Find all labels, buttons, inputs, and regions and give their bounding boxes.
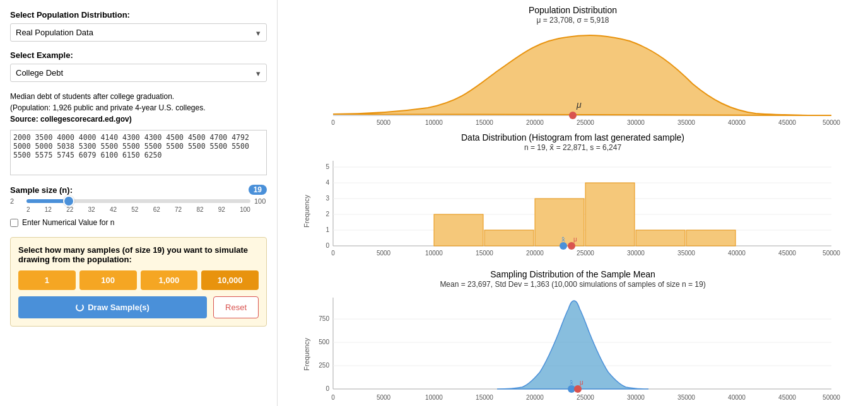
svg-text:15000: 15000 bbox=[476, 250, 493, 257]
samples-label: Select how many samples (of size 19) you… bbox=[18, 245, 259, 264]
svg-text:35000: 35000 bbox=[677, 394, 695, 401]
svg-text:15000: 15000 bbox=[476, 119, 493, 126]
svg-text:10000: 10000 bbox=[425, 250, 443, 257]
svg-text:50000: 50000 bbox=[823, 119, 840, 126]
refresh-icon bbox=[76, 303, 84, 311]
sampling-curve bbox=[497, 301, 648, 389]
bar-25k bbox=[585, 183, 635, 246]
svg-text:500: 500 bbox=[319, 339, 329, 345]
svg-text:0: 0 bbox=[326, 242, 329, 249]
bar-30k bbox=[636, 230, 685, 246]
svg-text:10000: 10000 bbox=[425, 394, 443, 401]
desc-line2: (Population: 1,926 public and private 4-… bbox=[10, 103, 206, 112]
svg-text:750: 750 bbox=[319, 315, 329, 322]
svg-text:4: 4 bbox=[326, 179, 329, 186]
svg-text:45000: 45000 bbox=[778, 394, 796, 401]
svg-text:x̄: x̄ bbox=[570, 379, 573, 386]
svg-text:45000: 45000 bbox=[778, 250, 796, 257]
sampling-mu-marker bbox=[574, 385, 582, 393]
left-panel: Select Population Distribution: Real Pop… bbox=[0, 0, 278, 406]
pop-curve bbox=[333, 35, 831, 115]
svg-text:5000: 5000 bbox=[377, 394, 391, 401]
svg-text:40000: 40000 bbox=[728, 250, 746, 257]
svg-text:25000: 25000 bbox=[577, 250, 594, 257]
slider-section: Sample size (n): 19 2 100 2 12 22 32 42 … bbox=[10, 185, 267, 213]
data-dist-title: Data Distribution (Histogram from last g… bbox=[461, 132, 684, 142]
svg-text:20000: 20000 bbox=[526, 250, 544, 257]
svg-text:30000: 30000 bbox=[627, 119, 645, 126]
sampling-dist-svg: 0 250 500 750 Frequency x̄ μ 0 5000 1000… bbox=[288, 291, 858, 406]
sample-buttons: 1 100 1,000 10,000 bbox=[18, 270, 259, 290]
data-dist-chart: 0 1 2 3 4 5 Frequency bbox=[288, 154, 858, 267]
svg-text:15000: 15000 bbox=[476, 394, 493, 401]
svg-text:30000: 30000 bbox=[627, 394, 645, 401]
example-select-wrapper: College Debt Income Age bbox=[10, 64, 267, 82]
example-select[interactable]: College Debt Income Age bbox=[10, 64, 267, 82]
pop-mu-label: μ bbox=[576, 100, 582, 110]
svg-text:Frequency: Frequency bbox=[303, 338, 310, 371]
sampling-dist-title: Sampling Distribution of the Sample Mean bbox=[490, 269, 655, 279]
svg-text:μ: μ bbox=[580, 379, 584, 386]
sampling-distribution-section: Sampling Distribution of the Sample Mean… bbox=[288, 269, 858, 406]
samples-section: Select how many samples (of size 19) you… bbox=[10, 237, 267, 327]
pop-dist-chart: μ 0 5000 10000 15000 20000 25000 30000 3… bbox=[288, 27, 858, 130]
svg-text:50000: 50000 bbox=[823, 250, 840, 257]
svg-text:0: 0 bbox=[331, 250, 335, 257]
population-select-wrapper: Real Population Data Normal Skewed Unifo… bbox=[10, 23, 267, 42]
data-xbar-marker bbox=[560, 242, 567, 250]
sample-btn-1[interactable]: 1 bbox=[18, 270, 76, 290]
svg-text:5000: 5000 bbox=[377, 250, 391, 257]
svg-text:30000: 30000 bbox=[627, 250, 645, 257]
slider-min: 2 bbox=[10, 197, 23, 205]
svg-text:250: 250 bbox=[319, 362, 329, 369]
svg-text:20000: 20000 bbox=[526, 119, 544, 126]
svg-text:20000: 20000 bbox=[526, 394, 544, 401]
numerical-n-checkbox[interactable] bbox=[10, 219, 18, 227]
desc-line1: Median debt of students after college gr… bbox=[10, 92, 174, 101]
checkbox-row: Enter Numerical Value for n bbox=[10, 218, 267, 227]
svg-text:25000: 25000 bbox=[577, 394, 594, 401]
svg-text:Frequency: Frequency bbox=[303, 195, 310, 228]
slider-value-display: 19 bbox=[249, 185, 267, 195]
action-buttons: Draw Sample(s) Reset bbox=[18, 296, 259, 318]
sample-btn-1000[interactable]: 1,000 bbox=[141, 270, 198, 290]
reset-button[interactable]: Reset bbox=[213, 296, 259, 318]
svg-text:45000: 45000 bbox=[778, 119, 796, 126]
example-label: Select Example: bbox=[10, 50, 267, 60]
sampling-dist-subtitle: Mean = 23,697, Std Dev = 1,363 (10,000 s… bbox=[440, 280, 705, 289]
slider-container: 2 100 bbox=[10, 197, 267, 205]
draw-samples-button[interactable]: Draw Sample(s) bbox=[18, 296, 207, 318]
population-select[interactable]: Real Population Data Normal Skewed Unifo… bbox=[10, 23, 267, 42]
pop-dist-title: Population Distribution bbox=[529, 5, 617, 15]
svg-text:x̄: x̄ bbox=[561, 236, 565, 243]
svg-text:0: 0 bbox=[326, 385, 329, 392]
pop-mu-marker bbox=[569, 112, 577, 119]
svg-text:0: 0 bbox=[331, 119, 335, 126]
sample-size-label: Sample size (n): bbox=[10, 185, 73, 195]
svg-text:5000: 5000 bbox=[377, 119, 391, 126]
data-values-textarea[interactable]: 2000 3500 4000 4000 4140 4300 4300 4500 … bbox=[10, 130, 267, 175]
population-distribution-section: Population Distribution μ = 23,708, σ = … bbox=[288, 5, 858, 132]
checkbox-label: Enter Numerical Value for n bbox=[22, 218, 115, 227]
sample-btn-10000[interactable]: 10,000 bbox=[201, 270, 259, 290]
svg-text:μ: μ bbox=[573, 236, 577, 243]
draw-label: Draw Sample(s) bbox=[88, 303, 150, 312]
svg-text:3: 3 bbox=[326, 195, 329, 202]
svg-text:10000: 10000 bbox=[425, 119, 443, 126]
pop-dist-svg: μ 0 5000 10000 15000 20000 25000 30000 3… bbox=[288, 27, 858, 128]
data-dist-subtitle: n = 19, x̄ = 22,871, s = 6,247 bbox=[524, 143, 621, 152]
svg-text:35000: 35000 bbox=[677, 119, 695, 126]
sample-btn-100[interactable]: 100 bbox=[79, 270, 137, 290]
data-dist-svg: 0 1 2 3 4 5 Frequency bbox=[288, 154, 858, 265]
right-panel: Population Distribution μ = 23,708, σ = … bbox=[278, 0, 868, 406]
sampling-dist-chart: 0 250 500 750 Frequency x̄ μ 0 5000 1000… bbox=[288, 291, 858, 406]
bar-35k bbox=[686, 230, 736, 246]
sample-size-slider[interactable] bbox=[26, 199, 250, 203]
svg-text:35000: 35000 bbox=[677, 250, 695, 257]
svg-text:1: 1 bbox=[326, 226, 329, 233]
desc-line3: Source: collegescorecard.ed.gov) bbox=[10, 115, 132, 124]
svg-text:0: 0 bbox=[331, 394, 335, 401]
pop-dist-subtitle: μ = 23,708, σ = 5,918 bbox=[536, 16, 609, 25]
svg-text:5: 5 bbox=[326, 163, 329, 170]
data-distribution-section: Data Distribution (Histogram from last g… bbox=[288, 132, 858, 269]
